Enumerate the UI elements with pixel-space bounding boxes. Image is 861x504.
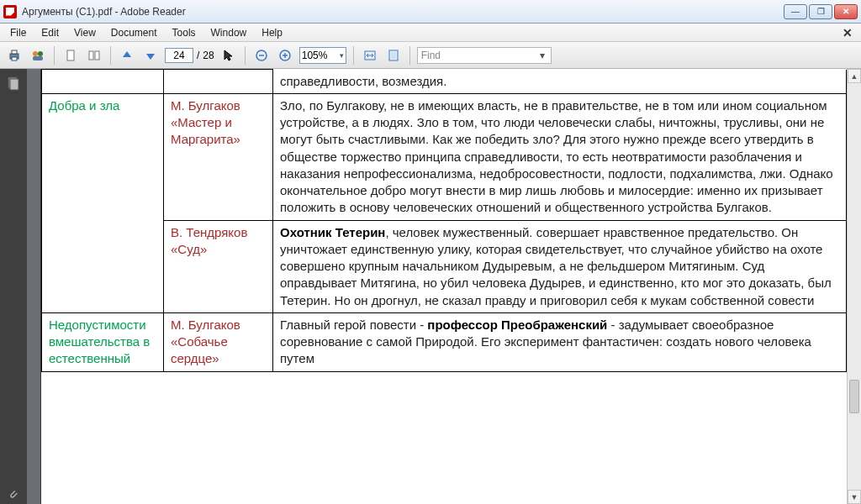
workspace: справедливости, возмездия. Добра и зла М…	[0, 69, 861, 504]
page-down-icon[interactable]	[141, 46, 160, 65]
two-page-icon[interactable]	[85, 46, 103, 65]
titlebar: Аргументы (С1).pdf - Adobe Reader — ❐ ✕	[0, 0, 861, 24]
navigation-pane	[0, 69, 27, 504]
svg-rect-8	[95, 51, 99, 60]
table-row: Добра и зла М. Булгаков «Мастер и Маргар…	[42, 93, 847, 220]
pages-panel-icon[interactable]	[6, 76, 21, 91]
menu-file[interactable]: File	[3, 25, 33, 40]
svg-rect-18	[10, 79, 18, 90]
fit-page-icon[interactable]	[384, 46, 403, 65]
svg-point-3	[33, 51, 38, 56]
chevron-down-icon[interactable]: ▾	[537, 50, 547, 61]
cell-text: Охотник Тетерин, человек мужественный. с…	[273, 220, 847, 312]
page-current-input[interactable]	[165, 48, 193, 63]
svg-rect-6	[67, 50, 74, 60]
find-placeholder: Find	[421, 50, 537, 61]
page-up-icon[interactable]	[118, 46, 136, 65]
scroll-thumb[interactable]	[849, 380, 859, 413]
menu-edit[interactable]: Edit	[34, 25, 66, 40]
cell-topic: Добра и зла	[42, 93, 164, 312]
cell-author: М. Булгаков «Собачье сердце»	[164, 312, 273, 371]
cell-author: М. Булгаков «Мастер и Маргарита»	[164, 93, 273, 220]
scroll-up-icon[interactable]: ▲	[848, 69, 861, 83]
cell-text: Зло, по Булгакову, не в имеющих власть, …	[273, 93, 847, 220]
minimize-button[interactable]: —	[784, 4, 807, 19]
svg-rect-16	[391, 52, 396, 59]
table-row: Недопустимости вмешательства в естествен…	[42, 312, 847, 371]
page-separator: /	[197, 50, 199, 61]
window-buttons: — ❐ ✕	[784, 4, 858, 19]
maximize-button[interactable]: ❐	[809, 4, 832, 19]
find-input[interactable]: Find ▾	[417, 47, 552, 64]
select-tool-icon[interactable]	[219, 46, 238, 65]
cell-fragment: справедливости, возмездия.	[273, 70, 847, 94]
zoom-select[interactable]: 105%▾	[299, 47, 346, 64]
app-icon	[3, 5, 17, 18]
content-table: справедливости, возмездия. Добра и зла М…	[41, 69, 847, 372]
svg-rect-7	[89, 51, 93, 60]
menu-tools[interactable]: Tools	[166, 25, 203, 40]
attachment-panel-icon[interactable]	[0, 484, 27, 504]
collab-icon[interactable]	[29, 46, 47, 65]
table-row: справедливости, возмездия.	[42, 70, 847, 94]
menu-document[interactable]: Document	[104, 25, 164, 40]
document-area[interactable]: справедливости, возмездия. Добра и зла М…	[27, 69, 861, 504]
menu-window[interactable]: Window	[204, 25, 254, 40]
zoom-out-icon[interactable]	[252, 46, 271, 65]
toolbar: / 28 105%▾ Find ▾	[0, 42, 861, 69]
menu-view[interactable]: View	[67, 25, 103, 40]
page-total: 28	[203, 50, 214, 61]
close-button[interactable]: ✕	[834, 4, 858, 19]
zoom-in-icon[interactable]	[276, 46, 294, 65]
single-page-icon[interactable]	[61, 46, 80, 65]
cell-text: Главный герой повести - профессор Преобр…	[273, 312, 847, 371]
page-indicator: / 28	[165, 48, 214, 63]
fit-width-icon[interactable]	[361, 46, 379, 65]
scroll-down-icon[interactable]: ▼	[848, 490, 861, 504]
svg-rect-1	[12, 50, 17, 54]
menu-help[interactable]: Help	[255, 25, 289, 40]
svg-point-4	[38, 51, 43, 56]
cell-author: В. Тендряков «Суд»	[164, 220, 273, 312]
svg-rect-5	[33, 56, 43, 60]
vertical-scrollbar[interactable]: ▲ ▼	[847, 69, 861, 504]
svg-rect-2	[12, 57, 17, 60]
close-document-button[interactable]: ✕	[837, 26, 858, 39]
print-icon[interactable]	[5, 46, 24, 65]
window-title: Аргументы (С1).pdf - Adobe Reader	[22, 6, 784, 18]
pdf-page: справедливости, возмездия. Добра и зла М…	[40, 69, 848, 504]
menubar: File Edit View Document Tools Window Hel…	[0, 24, 861, 42]
cell-topic: Недопустимости вмешательства в естествен…	[42, 312, 164, 371]
